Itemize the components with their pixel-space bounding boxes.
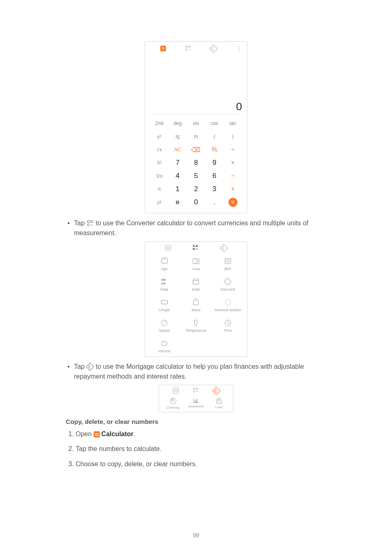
key-rparen: ) <box>224 134 242 139</box>
key-2nd: 2nd <box>150 120 168 126</box>
key-deg: deg <box>168 120 187 126</box>
section-title: Copy, delete, or clear numbers <box>66 418 326 426</box>
page-number: 99 <box>0 532 392 539</box>
chart-icon <box>194 398 199 403</box>
converter-speed: Speed <box>148 319 180 333</box>
key-multiply: × <box>224 159 242 166</box>
converter-area: Area <box>180 258 212 271</box>
key-lparen: ( <box>205 134 224 139</box>
key-1: 1 <box>168 185 187 193</box>
mortgage-screenshot: Currency Investment Loan <box>159 385 233 412</box>
key-minus: − <box>224 172 242 180</box>
key-plus: + <box>224 185 242 193</box>
scientific-keypad: 2nd deg sin cos tan xy lg ln ( ) √x AC ⌫… <box>145 114 247 213</box>
converter-date: Date <box>180 278 212 291</box>
display-value: 0 <box>236 100 242 113</box>
key-backspace: ⌫ <box>187 146 205 154</box>
key-e: e <box>168 198 187 206</box>
converter-bmi: BMI <box>212 258 244 271</box>
mortgage-loan: Loan <box>208 398 231 409</box>
key-equals: = <box>224 198 242 207</box>
mortgage-icon <box>219 244 228 252</box>
mortgage-icon-active <box>212 386 220 395</box>
key-8: 8 <box>187 159 205 167</box>
key-divide: ÷ <box>224 146 242 153</box>
kebab-icon: ⋮ <box>236 45 242 52</box>
converter-icon <box>87 220 93 226</box>
mortgage-tab <box>210 46 218 52</box>
scientific-tab-bar: ⋮ <box>145 42 247 56</box>
key-6: 6 <box>205 172 224 180</box>
key-percent: % <box>205 146 224 153</box>
mortgage-icon <box>86 363 94 371</box>
mortgage-currency: Currency <box>161 398 184 409</box>
converter-icon <box>193 388 199 393</box>
key-ln: ln <box>187 134 205 139</box>
calculator-icon <box>165 245 171 251</box>
key-5: 5 <box>187 172 205 180</box>
converter-discount: Discount <box>212 278 244 291</box>
calculator-icon <box>160 46 166 51</box>
key-sqrt: √x <box>150 147 168 153</box>
calculator-app-icon <box>94 431 100 437</box>
loan-icon <box>217 398 221 404</box>
key-0: 0 <box>187 198 205 206</box>
converter-icon <box>185 46 191 51</box>
key-inverse: 1/x <box>150 173 168 179</box>
bullet-converter-tip: Tap to use the Converter calculator to c… <box>66 218 326 238</box>
converter-age: Age <box>148 258 180 271</box>
key-factorial: X! <box>150 160 168 166</box>
key-sin: sin <box>187 120 205 126</box>
converter-numeral: Numeral system <box>212 299 244 312</box>
converter-tab <box>184 46 192 51</box>
key-4: 4 <box>168 172 187 180</box>
step-3: Choose to copy, delete, or clear numbers… <box>76 460 326 469</box>
currency-icon <box>170 398 176 404</box>
calculator-tab-active <box>159 46 167 51</box>
converter-mass: Mass <box>180 299 212 312</box>
mortgage-investment: Investment <box>184 398 208 409</box>
converter-volume: Volume <box>148 340 180 353</box>
key-cos: cos <box>205 120 224 126</box>
converter-icon-active <box>193 245 198 251</box>
calculator-icon <box>173 388 179 393</box>
converter-tab-bar <box>145 245 247 254</box>
key-2: 2 <box>187 185 205 193</box>
key-tan: tan <box>224 120 242 126</box>
key-dot: . <box>205 198 224 206</box>
converter-temperature: Temperature <box>180 319 212 333</box>
converter-time: Time <box>212 319 244 333</box>
key-lg: lg <box>168 134 187 139</box>
key-pi: π <box>150 186 168 192</box>
steps-list: Open Calculator. Tap the numbers to calc… <box>66 430 326 469</box>
key-xy: xy <box>150 134 168 140</box>
calculator-display: 0 <box>145 56 247 114</box>
converter-length: Length <box>148 299 180 312</box>
scientific-calculator-screenshot: ⋮ 0 2nd deg sin cos tan xy lg ln ( ) √x … <box>145 41 247 213</box>
converter-screenshot: Age Area BMI MB GBData Date Discount Len… <box>145 241 247 357</box>
mortgage-icon <box>209 44 218 53</box>
bullet-mortgage-tip: Tap to use the Mortgage calculator to he… <box>66 362 326 382</box>
key-swap: ⇄ <box>150 199 168 206</box>
key-7: 7 <box>168 159 187 167</box>
converter-data: MB GBData <box>148 278 180 291</box>
key-9: 9 <box>205 159 224 167</box>
step-1: Open Calculator. <box>76 430 326 439</box>
key-ac: AC <box>168 147 187 153</box>
step-2: Tap the numbers to calculate. <box>76 444 326 453</box>
key-3: 3 <box>205 185 224 193</box>
mortgage-tab-bar <box>159 388 233 396</box>
overflow-menu: ⋮ <box>235 45 243 52</box>
